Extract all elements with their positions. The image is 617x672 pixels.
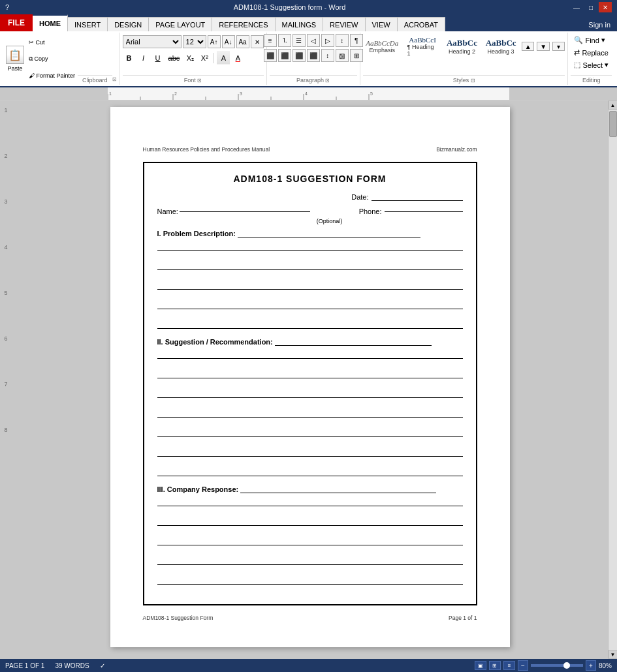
- section2-line7[interactable]: [157, 466, 463, 476]
- decrease-indent-button[interactable]: ◁: [307, 34, 320, 47]
- tab-view[interactable]: VIEW: [366, 17, 398, 31]
- read-view-button[interactable]: ≡: [503, 661, 515, 670]
- styles-scroll-up[interactable]: ▲: [522, 42, 535, 51]
- phone-field[interactable]: [385, 211, 463, 212]
- section2-line4[interactable]: [157, 407, 463, 418]
- styles-group: AaBbCcDa Emphasis AaBbCcI ¶ Heading 1 Aa…: [360, 33, 569, 85]
- zoom-slider[interactable]: [531, 664, 583, 667]
- font-expand-icon[interactable]: ⊡: [197, 78, 202, 84]
- section2-line3[interactable]: [157, 388, 463, 398]
- section2-line6[interactable]: [157, 446, 463, 457]
- clipboard-sub-buttons: ✂ Cut ⧉ Copy 🖌 Format Painter: [26, 34, 78, 84]
- tab-mailings[interactable]: MAILINGS: [276, 17, 324, 31]
- strikethrough-button[interactable]: abc: [166, 52, 183, 65]
- text-highlight-button[interactable]: A: [217, 52, 230, 65]
- bold-button[interactable]: B: [123, 52, 136, 65]
- sign-in-link[interactable]: Sign in: [582, 18, 617, 31]
- font-name-select[interactable]: Arial: [123, 35, 182, 48]
- section2-line5[interactable]: [157, 427, 463, 437]
- paste-button[interactable]: 📋 Paste: [5, 34, 25, 84]
- font-shrink-button[interactable]: A↓: [222, 35, 235, 48]
- section2-line2[interactable]: [157, 368, 463, 378]
- clipboard-expand-icon[interactable]: ⊡: [112, 76, 117, 82]
- date-field[interactable]: [372, 193, 463, 201]
- svg-text:5: 5: [370, 91, 373, 96]
- scroll-thumb[interactable]: [609, 111, 617, 137]
- format-painter-button[interactable]: 🖌 Format Painter: [26, 71, 78, 80]
- tab-references[interactable]: REFERENCES: [212, 17, 275, 31]
- section1-line3[interactable]: [157, 279, 463, 290]
- numbering-button[interactable]: ⒈: [278, 34, 291, 47]
- zoom-out-button[interactable]: −: [518, 660, 528, 671]
- font-group-label: Font ⊡: [123, 75, 264, 84]
- tab-design[interactable]: DESIGN: [108, 17, 149, 31]
- section3-line5[interactable]: [157, 574, 463, 585]
- section3-first-line[interactable]: [240, 493, 436, 493]
- justify-button[interactable]: ⬛: [307, 49, 320, 62]
- font-color-button[interactable]: A: [231, 52, 244, 65]
- font-grow-button[interactable]: A↑: [208, 35, 221, 48]
- styles-scroll-down[interactable]: ▼: [537, 42, 550, 51]
- right-scrollbar[interactable]: ▲ ▼: [608, 100, 617, 659]
- section3-line3[interactable]: [157, 535, 463, 545]
- italic-button[interactable]: I: [137, 52, 150, 65]
- tab-insert[interactable]: INSERT: [68, 17, 108, 31]
- font-size-select[interactable]: 12: [183, 35, 206, 48]
- align-left-button[interactable]: ⬛: [264, 49, 277, 62]
- style-heading1[interactable]: AaBbCcI ¶ Heading 1: [404, 34, 441, 59]
- align-right-button[interactable]: ⬛: [293, 49, 306, 62]
- sort-button[interactable]: ↕: [336, 34, 349, 47]
- tab-review[interactable]: REVIEW: [323, 17, 365, 31]
- section2-line1[interactable]: [157, 348, 463, 359]
- document-page[interactable]: Human Resources Policies and Procedures …: [110, 107, 510, 647]
- clear-format-button[interactable]: ✕: [251, 35, 264, 48]
- cut-button[interactable]: ✂ Cut: [26, 38, 78, 47]
- style-heading2[interactable]: AaBbCc Heading 2: [444, 36, 481, 57]
- replace-button[interactable]: ⇄ Replace: [571, 46, 612, 59]
- name-field[interactable]: [180, 211, 310, 212]
- section1-line4[interactable]: [157, 299, 463, 309]
- styles-more[interactable]: ▾: [552, 42, 565, 51]
- superscript-button[interactable]: X²: [198, 52, 211, 65]
- zoom-level[interactable]: 80%: [599, 662, 612, 669]
- bullets-button[interactable]: ≡: [264, 34, 277, 47]
- shading-button[interactable]: ▨: [336, 49, 349, 62]
- scroll-up-button[interactable]: ▲: [609, 100, 618, 110]
- tab-page-layout[interactable]: PAGE LAYOUT: [149, 17, 212, 31]
- close-button[interactable]: ✕: [599, 2, 612, 12]
- web-view-button[interactable]: ⊞: [489, 661, 501, 670]
- tab-file[interactable]: FILE: [0, 14, 33, 31]
- section3-line2[interactable]: [157, 515, 463, 526]
- zoom-slider-thumb[interactable]: [563, 662, 570, 669]
- print-view-button[interactable]: ▣: [475, 661, 486, 670]
- tab-home[interactable]: HOME: [33, 14, 68, 31]
- styles-expand-icon[interactable]: ⊡: [471, 78, 475, 84]
- increase-indent-button[interactable]: ▷: [321, 34, 334, 47]
- section3-line4[interactable]: [157, 555, 463, 565]
- section2-first-line[interactable]: [275, 345, 432, 346]
- find-button[interactable]: 🔍 Find ▾: [571, 34, 612, 46]
- section1-first-line[interactable]: [238, 237, 420, 237]
- underline-button[interactable]: U: [151, 52, 165, 65]
- style-heading3[interactable]: AaBbCc Heading 3: [483, 36, 519, 57]
- change-case-button[interactable]: Aa: [236, 35, 249, 48]
- section1-line2[interactable]: [157, 260, 463, 270]
- style-emphasis[interactable]: AaBbCcDa Emphasis: [363, 37, 402, 55]
- section3-line1[interactable]: [157, 496, 463, 506]
- scroll-down-button[interactable]: ▼: [609, 650, 618, 659]
- find-dropdown-icon: ▾: [601, 36, 605, 44]
- paragraph-expand-icon[interactable]: ⊡: [325, 78, 330, 84]
- minimize-button[interactable]: —: [570, 2, 583, 12]
- multilevel-button[interactable]: ☰: [293, 34, 306, 47]
- copy-button[interactable]: ⧉ Copy: [26, 54, 78, 64]
- section1-line5[interactable]: [157, 318, 463, 329]
- line-spacing-button[interactable]: ↕: [321, 49, 334, 62]
- select-button[interactable]: ⬚ Select ▾: [571, 59, 612, 71]
- replace-icon: ⇄: [574, 48, 580, 57]
- maximize-button[interactable]: □: [584, 2, 597, 12]
- align-center-button[interactable]: ⬛: [278, 49, 291, 62]
- tab-acrobat[interactable]: ACROBAT: [398, 17, 445, 31]
- section1-line1[interactable]: [157, 240, 463, 251]
- zoom-in-button[interactable]: +: [586, 660, 596, 671]
- subscript-button[interactable]: X₂: [183, 52, 197, 65]
